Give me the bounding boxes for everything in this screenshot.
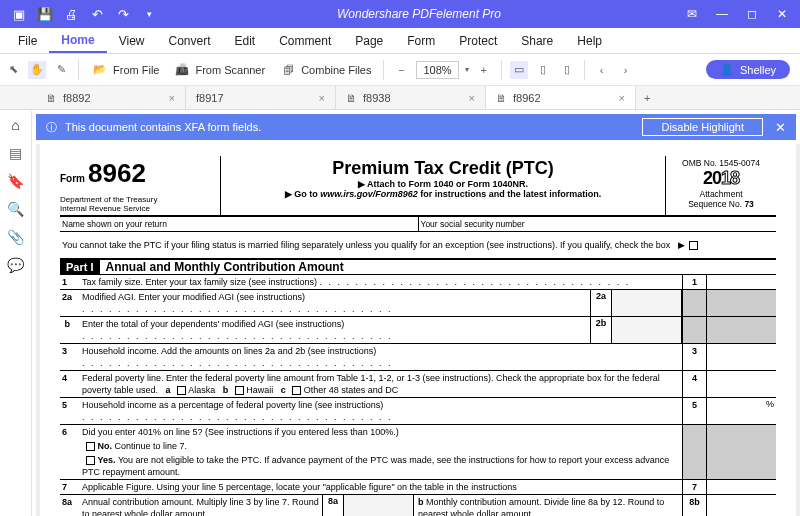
ssn-field-label: Your social security number [419,217,777,231]
attach-line: ▶ Attach to Form 1040 or Form 1040NR. [225,179,661,189]
xfa-infobar: ⓘ This document contains XFA form fields… [36,114,796,140]
save-icon[interactable]: 💾 [34,4,56,24]
menu-protect[interactable]: Protect [447,30,509,52]
tab-f8962[interactable]: 🗎f8962× [486,86,636,109]
app-logo-icon: ▣ [8,4,30,24]
doc-icon: 🗎 [46,92,57,104]
infobar-message: This document contains XFA form fields. [65,121,261,133]
tab-f8892[interactable]: 🗎f8892× [36,86,186,109]
fit-width-icon[interactable]: ▯ [534,61,552,79]
other48-checkbox[interactable] [292,386,301,395]
line6-yes-checkbox[interactable] [86,456,95,465]
folder-icon: 📂 [91,61,109,79]
tab-close-icon[interactable]: × [619,92,625,104]
info-icon: ⓘ [46,120,57,135]
tabbar: 🗎f8892× f8917× 🗎f8938× 🗎f8962× + [0,86,800,110]
zoom-in-button[interactable]: + [475,61,493,79]
fit-height-icon[interactable]: ▯ [558,61,576,79]
print-icon[interactable]: 🖨 [60,4,82,24]
menu-comment[interactable]: Comment [267,30,343,52]
from-scanner-button[interactable]: 📠From Scanner [169,59,269,81]
attach-seq: Attachment Sequence No. 73 [670,189,772,209]
doc-icon: 🗎 [496,92,507,104]
form-label: Form 8962 [60,172,146,184]
tab-close-icon[interactable]: × [319,92,325,104]
scanner-icon: 📠 [173,61,191,79]
line8a-box[interactable] [344,495,414,516]
prev-page-icon[interactable]: ‹ [593,61,611,79]
combine-icon: 🗐 [279,61,297,79]
hand-tool-icon[interactable]: ✋ [28,61,46,79]
select-tool-icon[interactable]: ⬉ [4,61,22,79]
user-button[interactable]: 👤Shelley [706,60,790,79]
line5-box[interactable]: % [706,398,776,424]
search-icon[interactable]: 🔍 [7,201,24,217]
qat-more-icon[interactable]: ▾ [138,4,160,24]
menu-convert[interactable]: Convert [156,30,222,52]
comments-icon[interactable]: 💬 [7,257,24,273]
menu-page[interactable]: Page [343,30,395,52]
menu-file[interactable]: File [6,30,49,52]
undo-icon[interactable]: ↶ [86,4,108,24]
goto-line: ▶ Go to www.irs.gov/Form8962 for instruc… [225,189,661,199]
from-file-button[interactable]: 📂From File [87,59,163,81]
part1-title: Annual and Monthly Contribution Amount [100,260,344,274]
name-field-label: Name shown on your return [60,217,419,231]
minimize-button[interactable]: — [708,4,736,24]
tab-close-icon[interactable]: × [469,92,475,104]
line2a-box[interactable] [612,290,682,316]
zoom-dropdown-icon[interactable]: ▾ [465,65,469,74]
line4-box[interactable] [706,371,776,397]
line7-box[interactable] [706,480,776,494]
new-tab-button[interactable]: + [636,86,658,109]
toolbar: ⬉ ✋ ✎ 📂From File 📠From Scanner 🗐Combine … [0,54,800,86]
combine-files-button[interactable]: 🗐Combine Files [275,59,375,81]
exception-checkbox[interactable] [689,241,698,250]
form-title: Premium Tax Credit (PTC) [225,158,661,179]
menu-share[interactable]: Share [509,30,565,52]
menu-home[interactable]: Home [49,29,106,53]
redo-icon[interactable]: ↷ [112,4,134,24]
tab-f8938[interactable]: 🗎f8938× [336,86,486,109]
doc-icon: 🗎 [346,92,357,104]
home-icon[interactable]: ⌂ [11,117,19,133]
menu-help[interactable]: Help [565,30,614,52]
omb-number: OMB No. 1545-0074 [670,158,772,168]
infobar-close-icon[interactable]: ✕ [775,120,786,135]
menu-edit[interactable]: Edit [223,30,268,52]
maximize-button[interactable]: ◻ [738,4,766,24]
next-page-icon[interactable]: › [617,61,635,79]
bookmarks-icon[interactable]: 🔖 [7,173,24,189]
line6-no-checkbox[interactable] [86,442,95,451]
line8b-box[interactable] [706,495,776,516]
tax-year: 2018 [670,168,772,189]
app-title: Wondershare PDFelement Pro [160,7,678,21]
zoom-out-button[interactable]: − [392,61,410,79]
close-button[interactable]: ✕ [768,4,796,24]
tab-f8917[interactable]: f8917× [186,86,336,109]
feedback-icon[interactable]: ✉ [678,4,706,24]
menu-form[interactable]: Form [395,30,447,52]
part1-tag: Part I [60,260,100,274]
user-icon: 👤 [720,63,734,76]
zoom-value[interactable]: 108% [416,61,458,79]
sidebar: ⌂ ▤ 🔖 🔍 📎 💬 [0,111,32,516]
line1-box[interactable] [706,275,776,289]
line2b-box[interactable] [612,317,682,343]
document-page: Form 8962 Department of the Treasury Int… [40,144,796,516]
filing-status-note: You cannot take the PTC if your filing s… [60,232,776,259]
line3-box[interactable] [706,344,776,370]
dept-label: Department of the Treasury Internal Reve… [60,195,214,213]
alaska-checkbox[interactable] [177,386,186,395]
menubar: File Home View Convert Edit Comment Page… [0,28,800,54]
edit-tool-icon[interactable]: ✎ [52,61,70,79]
tab-close-icon[interactable]: × [169,92,175,104]
menu-view[interactable]: View [107,30,157,52]
fit-page-icon[interactable]: ▭ [510,61,528,79]
attachments-icon[interactable]: 📎 [7,229,24,245]
thumbnails-icon[interactable]: ▤ [9,145,22,161]
disable-highlight-button[interactable]: Disable Highlight [642,118,763,136]
hawaii-checkbox[interactable] [235,386,244,395]
